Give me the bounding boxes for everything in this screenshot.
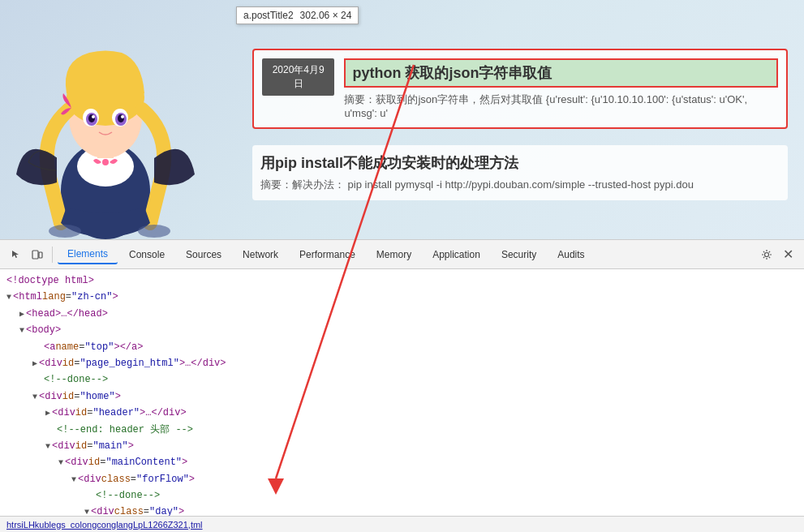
tab-network[interactable]: Network bbox=[233, 246, 288, 264]
tab-sources[interactable]: Sources bbox=[176, 246, 231, 264]
html-line-div-main: <div id="main" > bbox=[6, 438, 798, 454]
html-line-body: <body> bbox=[6, 322, 798, 338]
devtools-statusbar: htrsiLHkublegs_colongconglangLpL1266Z321… bbox=[0, 516, 804, 532]
html-line-div-maincontent: <div id="mainContent" > bbox=[6, 454, 798, 470]
post-content-1: python 获取的json字符串取值 摘要：获取到的json字符串，然后对其取… bbox=[344, 58, 778, 119]
post-title-2[interactable]: 用pip install不能成功安装时的处理方法 bbox=[260, 153, 694, 173]
tooltip-dimensions: 302.06 × 24 bbox=[300, 10, 352, 21]
cursor-select-icon[interactable] bbox=[6, 245, 26, 264]
html-panel[interactable]: <!doctype html> <html lang="zh-cn" > <he… bbox=[0, 269, 804, 532]
device-toggle-icon[interactable] bbox=[28, 245, 47, 264]
html-line-div-header: <div id="header" >…</div> bbox=[6, 405, 798, 421]
svg-point-13 bbox=[121, 115, 124, 118]
html-line-comment-done2: <!--done--> bbox=[6, 487, 798, 504]
html-line-div-forflow: <div class="forFlow" > bbox=[6, 471, 798, 487]
html-line-doctype: <!doctype html> bbox=[6, 272, 798, 289]
tab-security[interactable]: Security bbox=[492, 246, 546, 264]
post-title-1[interactable]: python 获取的json字符串取值 bbox=[344, 58, 778, 88]
settings-icon[interactable] bbox=[757, 245, 776, 264]
tab-elements[interactable]: Elements bbox=[58, 245, 118, 264]
html-line-comment-header: <!--end: header 头部 --> bbox=[6, 422, 798, 438]
post-card-2: 用pip install不能成功安装时的处理方法 摘要：解决办法： pip in… bbox=[252, 145, 788, 200]
svg-rect-19 bbox=[32, 251, 38, 259]
statusbar-path: htrsiLHkublegs_colongconglangLpL1266Z321… bbox=[6, 520, 203, 530]
devtools-element-tooltip: a.postTitle2 302.06 × 24 bbox=[236, 6, 359, 24]
anime-character bbox=[0, 12, 219, 239]
tooltip-element-name: a.postTitle2 bbox=[243, 10, 294, 21]
post-content-2: 用pip install不能成功安装时的处理方法 摘要：解决办法： pip in… bbox=[260, 153, 694, 192]
blog-posts-area: a.postTitle2 302.06 × 24 2020年4月9日 pytho… bbox=[236, 0, 804, 239]
svg-point-12 bbox=[92, 115, 95, 118]
svg-point-16 bbox=[138, 225, 170, 238]
devtools-content-area: <!doctype html> <html lang="zh-cn" > <he… bbox=[0, 269, 804, 532]
post-card-1: 2020年4月9日 python 获取的json字符串取值 摘要：获取到的jso… bbox=[252, 49, 788, 129]
post-date-1: 2020年4月9日 bbox=[262, 58, 334, 96]
html-line-a-top: <a name="top" ></a> bbox=[6, 339, 798, 355]
tab-console[interactable]: Console bbox=[119, 246, 174, 264]
tab-performance[interactable]: Performance bbox=[290, 246, 365, 264]
svg-rect-20 bbox=[39, 252, 42, 258]
post-summary-2: 摘要：解决办法： pip install pymysql -i http://p… bbox=[260, 178, 694, 192]
toolbar-divider bbox=[52, 247, 53, 263]
svg-point-15 bbox=[49, 225, 81, 238]
tab-application[interactable]: Application bbox=[423, 246, 490, 264]
blog-area: a.postTitle2 302.06 × 24 2020年4月9日 pytho… bbox=[0, 0, 804, 239]
html-line-page-begin: <div id="page_begin_html" >…</div> bbox=[6, 355, 798, 371]
svg-point-21 bbox=[765, 252, 769, 256]
tab-memory[interactable]: Memory bbox=[367, 246, 421, 264]
html-line-comment-done1: <!--done--> bbox=[6, 371, 798, 388]
devtools-toolbar: Elements Console Sources Network Perform… bbox=[0, 240, 804, 269]
tab-audits[interactable]: Audits bbox=[548, 246, 594, 264]
svg-point-14 bbox=[102, 159, 109, 165]
post-summary-1: 摘要：获取到的json字符串，然后对其取值 {u'result': {u'10.… bbox=[344, 92, 778, 119]
html-line-head: <head>…</head> bbox=[6, 306, 798, 322]
html-line-div-home: <div id="home" > bbox=[6, 388, 798, 405]
close-devtools-icon[interactable]: ✕ bbox=[778, 245, 798, 264]
devtools-panel: Elements Console Sources Network Perform… bbox=[0, 239, 804, 532]
html-line-html: <html lang="zh-cn" > bbox=[6, 289, 798, 305]
